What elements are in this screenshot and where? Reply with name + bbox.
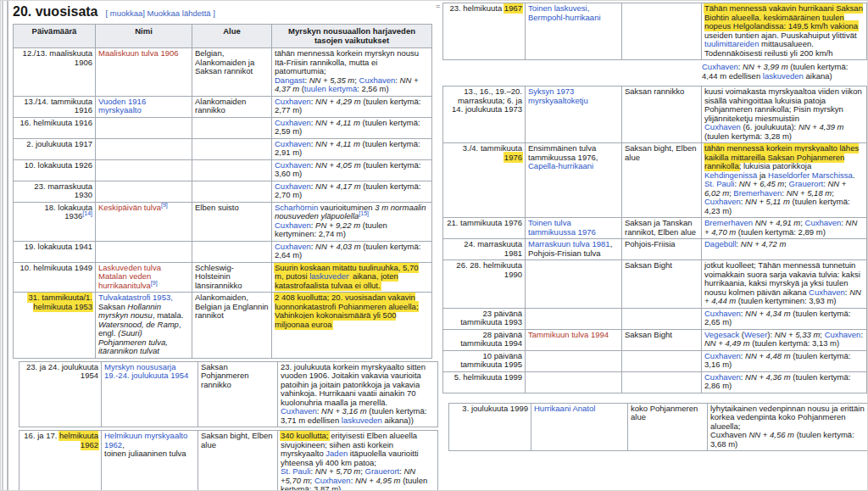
wiki-link[interactable]: Helmikuun myrskyaalto 1962 <box>104 431 187 449</box>
text-segment: ; <box>832 188 834 198</box>
date-cell: 23. ja 24. joulukuuta 1954 <box>19 361 102 427</box>
effects-cell: Tähän mennessä vakavin hurrikaani Saksan… <box>702 3 867 60</box>
text-segment: 28 päivänä tammikuuta 1994 <box>460 330 522 349</box>
wiki-link[interactable]: Maaliskuun tulva 1906 <box>98 48 179 58</box>
wiki-link[interactable]: Cuxhaven <box>275 139 311 148</box>
text-segment: , <box>610 239 613 248</box>
wiki-link[interactable]: Scharhörnin <box>275 203 318 212</box>
name-cell: Syksyn 1973 myrskyaaltoketju <box>526 86 622 143</box>
wiki-link[interactable]: Cuxhaven <box>275 118 311 127</box>
text-segment: 26. 28. helmikuuta 1990 <box>456 260 522 279</box>
wiki-link[interactable]: Dangast <box>275 75 304 85</box>
wiki-link[interactable]: tuulen kertymä <box>304 84 357 93</box>
wiki-link[interactable]: [15] <box>359 210 369 216</box>
wiki-link[interactable]: Marraskuun tulva 1981 <box>528 239 610 248</box>
text-segment: Saksan Bight <box>625 330 672 339</box>
wiki-link[interactable]: Cuxhaven <box>704 309 741 318</box>
wiki-link[interactable]: Haseldorfer Marschissa <box>768 170 853 180</box>
date-cell: 31. tammikuuta/1. helmikuuta 1953 <box>14 293 96 359</box>
wiki-link[interactable]: Grauerort <box>365 466 400 476</box>
name-cell: Maaliskuun tulva 1906 <box>96 48 192 97</box>
storm-surge-table: 13., 16., 19.–20. marraskuuta; 6. ja 14.… <box>442 86 867 393</box>
wiki-link[interactable]: [14] <box>82 210 92 216</box>
edit-section-links[interactable]: [ muokkaa] Muokkaa lähdettä ] <box>106 8 215 18</box>
text-segment: Saksan Pohjanmeren rannikko <box>201 362 249 389</box>
text-segment: Cuxhaven <box>710 430 748 439</box>
wiki-link[interactable]: Toinen laskuvesi, Bermpohl-hurrikaani <box>528 3 601 22</box>
wiki-link[interactable]: Keskipäivän tulva <box>98 203 161 212</box>
wiki-link[interactable]: Hurrikaani Anatol <box>534 404 595 413</box>
wiki-link[interactable]: Cuxhaven <box>275 181 311 191</box>
effects-cell: Cuxhaven: NN + 4,29 m (tuulen kertymä: 2… <box>272 96 432 117</box>
wiki-link[interactable]: Syksyn 1973 myrskyaaltoketju <box>528 86 588 105</box>
text-segment: Alankomaiden, Belgian ja Englannin ranni… <box>195 293 269 320</box>
wiki-link[interactable]: Cuxhaven <box>809 287 845 297</box>
wiki-link[interactable]: tuulimittareiden <box>704 39 759 48</box>
text-segment: ja <box>757 170 768 180</box>
text-segment: 5. helmikuuta 1999 <box>454 372 522 382</box>
wiki-link[interactable]: laskuveden <box>309 271 350 281</box>
wiki-link[interactable]: Cuxhaven <box>359 75 396 85</box>
table-row: 10. lokakuuta 1926Cuxhaven: NN + 4,05 m … <box>14 159 432 181</box>
wiki-link[interactable]: Cuxhaven <box>281 406 317 416</box>
wiki-link[interactable]: Cuxhaven <box>704 351 741 360</box>
text-segment: (tuulen kertymä: 2,89 m) <box>736 227 826 237</box>
text-segment: , <box>122 440 125 449</box>
wiki-link[interactable]: Capella-hurrikaani <box>528 161 593 170</box>
wiki-link[interactable]: Cuxhaven <box>704 197 741 206</box>
wiki-link[interactable]: Dagebüll <box>704 239 737 248</box>
effects-cell: Cuxhaven: NN + 4,17 m (tuulen kertymä: 2… <box>272 181 432 202</box>
wiki-link[interactable]: Cuxhaven <box>702 62 738 71</box>
wiki-link[interactable]: Toinen tulva tammikuussa 1976 <box>528 218 596 237</box>
date-cell: 23. marraskuuta 1930 <box>14 181 96 202</box>
text-segment: Schleswig-Holsteinin länsirannikko <box>195 263 242 290</box>
area-cell: Pohjois-Friisia <box>622 239 702 260</box>
text-segment: 10. lokakuuta 1926 <box>25 160 92 170</box>
wikipedia-article-page: = 20. vuosisata[ muokkaa] Muokkaa lähdet… <box>0 0 868 491</box>
right-table-blocks: 23. helmikuuta 1967Toinen laskuvesi, Ber… <box>442 3 867 451</box>
text-segment: ; lukuisia patorikkoja <box>739 161 812 170</box>
wiki-link[interactable]: St. Pauli <box>704 179 734 188</box>
text-segment: Alankomaiden rannikko <box>195 97 246 115</box>
wiki-link[interactable]: laskuveden <box>342 416 382 425</box>
date-cell: 12./13. maaliskuuta 1906 <box>14 48 96 97</box>
date-cell: 13./14. tammikuuta 1916 <box>14 96 96 117</box>
wiki-link[interactable]: laskuveden <box>763 71 804 81</box>
wiki-link[interactable]: Tulvakatastrofi 1953, <box>98 293 173 302</box>
wiki-link[interactable]: Cuxhaven <box>275 97 311 106</box>
wiki-link[interactable]: [9] <box>161 202 168 207</box>
wiki-link[interactable]: Kehdingenissä <box>704 170 757 180</box>
text-segment: 10 päivänä tammikuuta 1995 <box>460 351 522 370</box>
wiki-link[interactable]: Cuxhaven <box>275 242 311 251</box>
text-segment: NN + 5,11 m <box>745 197 790 206</box>
table-row: 31. tammikuuta/1. helmikuuta 1953Tulvaka… <box>14 293 432 359</box>
wiki-link[interactable]: Vegesack <box>704 330 739 339</box>
effects-cell: jotkut kuolleet; Tähän mennessä tunnetui… <box>702 260 867 309</box>
wiki-link[interactable]: Bremerhaven <box>733 188 782 198</box>
wiki-link[interactable]: Grauerort <box>789 179 824 188</box>
date-cell: 21. tammikuuta 1976 <box>443 218 526 239</box>
text-segment: NN + 6,45 m <box>739 179 785 188</box>
wiki-link[interactable]: [9] <box>151 279 158 285</box>
wiki-link[interactable]: Jaden <box>326 449 348 458</box>
wiki-link[interactable]: Vuoden 1916 myrskyaalto <box>98 97 146 115</box>
wiki-link[interactable]: Cuxhaven <box>275 160 311 170</box>
wiki-link[interactable]: Cuxhaven <box>825 330 861 339</box>
wiki-link[interactable]: Cuxhaven <box>805 218 842 227</box>
wiki-link[interactable]: Cuxhaven <box>314 476 351 485</box>
wiki-link[interactable]: Bremerhaven <box>704 218 753 227</box>
wiki-link[interactable]: Cuxhaven <box>704 122 741 131</box>
loose-measurement-line: Cuxhaven: NN + 3,99 m (tuulen kertymä: 4… <box>442 60 867 83</box>
effects-cell: Cuxhaven: NN + 4,48 m (tuulen kertymä: 3… <box>702 350 867 371</box>
wiki-link[interactable]: Cuxhaven <box>704 372 741 382</box>
wiki-link[interactable]: Weser <box>744 330 767 339</box>
text-segment: toinen juliaaninen tulva <box>104 449 186 458</box>
wiki-link[interactable]: Myrskyn noususarja 19.-24. joulukuuta 19… <box>104 362 188 381</box>
wiki-link[interactable]: Tammikuun tulva 1994 <box>528 330 609 339</box>
date-cell: 10. lokakuuta 1926 <box>14 159 96 181</box>
wiki-link[interactable]: St. Pauli <box>281 466 310 476</box>
wiki-link[interactable]: Laskuveden tulva Matalan veden hurrikaan… <box>98 263 161 290</box>
wiki-link[interactable]: Cuxhaven <box>275 220 311 230</box>
area-cell: Saksan rannikko <box>622 86 702 143</box>
storm-surge-table: 16. ja 17. helmikuuta 1962Helmikuun myrs… <box>19 430 438 491</box>
